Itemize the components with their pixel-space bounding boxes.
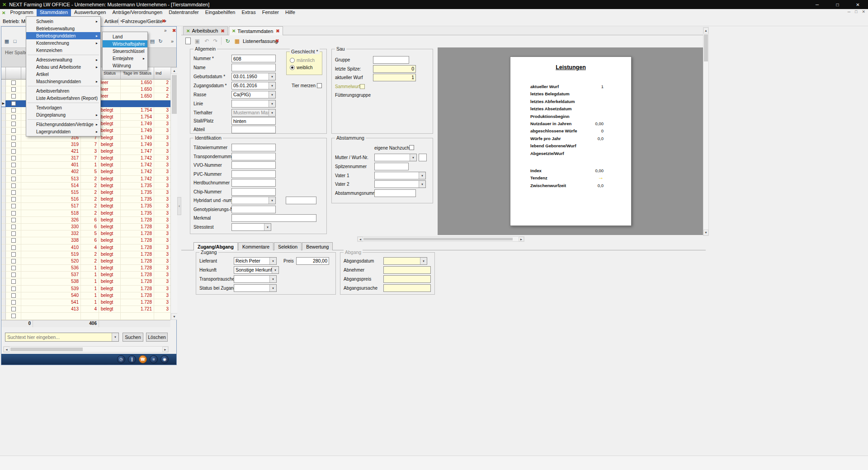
table-row[interactable]: 3306belegt1.7283 <box>1 224 170 230</box>
preis-field[interactable]: 280,00 <box>296 257 329 265</box>
lieferant-combo[interactable]: Reich Peter▾ <box>234 257 277 265</box>
menu-item-schwein[interactable]: Schwein▸ <box>26 18 100 25</box>
row-checkbox[interactable] <box>11 101 16 106</box>
submenu-item-währung[interactable]: Währung <box>103 62 147 69</box>
row-checkbox[interactable] <box>11 300 16 305</box>
scroll-down-icon[interactable]: ▼ <box>703 230 708 235</box>
tab-kommentare[interactable]: Kommentare <box>238 242 274 250</box>
child-minimize-button[interactable]: ─ <box>848 9 850 14</box>
menu-item-listearbeitsverfahrenreport[interactable]: Liste Arbeitsverfahren (Report) <box>26 94 100 102</box>
submenu-item-land[interactable]: Land <box>103 33 147 40</box>
table-row[interactable]: 5371belegt1.7283 <box>1 272 170 278</box>
table-row[interactable]: 5162belegt1.7353 <box>1 196 170 203</box>
table-row[interactable]: 4134belegt1.7213 <box>1 306 170 313</box>
undo-icon[interactable]: ↶ <box>203 37 211 45</box>
table-row[interactable]: 5132belegt1.7423 <box>1 176 170 183</box>
rasse-combo[interactable]: Ca(PIG)▾ <box>231 91 276 99</box>
toolbar-overflow-icon[interactable]: » <box>169 38 176 45</box>
hybridnummer-input[interactable] <box>286 197 316 204</box>
grid-vertical-scrollbar[interactable]: ▲ ▼ <box>170 67 177 320</box>
menubar-item-anträgeverordnungen[interactable]: Anträge/Verordnungen <box>109 9 165 16</box>
table-row[interactable]: 3386belegt1.7283 <box>1 237 170 244</box>
print-icon[interactable]: ▤ <box>149 38 156 45</box>
row-checkbox[interactable] <box>11 190 16 195</box>
row-checkbox[interactable] <box>11 245 16 250</box>
refresh-icon[interactable]: ↻ <box>223 37 232 45</box>
phone-button[interactable]: ☎ <box>139 355 147 363</box>
table-row[interactable]: 5361belegt1.7283 <box>1 265 170 272</box>
row-checkbox[interactable] <box>11 279 16 284</box>
table-row[interactable]: 5152belegt1.7353 <box>1 189 170 196</box>
row-checkbox[interactable] <box>11 122 16 126</box>
fahrzeuge-dropdown-button[interactable]: Fahrzeuge/Geräte ▾ <box>120 17 169 25</box>
table-row[interactable]: 5182belegt1.7353 <box>1 210 170 217</box>
weiblich-radio[interactable] <box>290 65 295 70</box>
listenerfassung-button[interactable]: Listenerfassung <box>243 38 278 44</box>
panel-close-icon[interactable]: ✖ <box>172 28 176 33</box>
row-checkbox[interactable] <box>11 259 16 263</box>
menubar-item-datentransfer[interactable]: Datentransfer <box>165 9 202 16</box>
row-checkbox[interactable] <box>11 231 16 236</box>
close-button[interactable]: ✕ <box>848 0 868 9</box>
tab-close-icon[interactable]: ✖ <box>221 28 224 33</box>
row-checkbox[interactable] <box>11 314 16 318</box>
scroll-left-icon[interactable]: ◄ <box>358 237 363 241</box>
tier-merzen-checkbox[interactable] <box>317 83 322 88</box>
row-checkbox[interactable] <box>11 197 16 202</box>
scrollbar-thumb[interactable] <box>172 75 177 114</box>
menu-item-adressverwaltung[interactable]: Adressverwaltung▸ <box>26 56 100 63</box>
menu-item-kostenrechnung[interactable]: Kostenrechnung▸ <box>26 39 100 47</box>
table-row[interactable]: 5172belegt1.7353 <box>1 203 170 210</box>
menubar-item-extras[interactable]: Extras <box>238 9 259 16</box>
merkmal-input[interactable] <box>231 214 316 222</box>
menu-item-flächengrunddatenverträge[interactable]: Flächengrunddaten/Verträge▸ <box>26 121 100 128</box>
row-checkbox[interactable] <box>11 169 16 174</box>
clear-selection-icon[interactable]: □ <box>11 38 19 45</box>
row-checkbox[interactable] <box>11 87 16 92</box>
row-checkbox[interactable] <box>11 238 16 243</box>
row-checkbox[interactable] <box>11 204 16 208</box>
scroll-left-icon[interactable]: ◄ <box>4 347 9 352</box>
tab-tierstammdaten[interactable]: ✕Tierstammdaten✖ <box>229 26 283 35</box>
nummer-input[interactable] <box>231 55 276 62</box>
list-button[interactable]: ≡ <box>150 355 158 363</box>
vertical-splitter[interactable]: ‹ <box>177 26 181 456</box>
menu-item-textvorlagen[interactable]: Textvorlagen <box>26 104 100 111</box>
toolbar-close-icon[interactable]: ✖ <box>162 19 165 24</box>
table-row[interactable]: 3325belegt1.7283 <box>1 230 170 237</box>
minimize-button[interactable]: ─ <box>807 0 827 9</box>
row-checkbox[interactable] <box>11 183 16 188</box>
herkunft-combo[interactable]: Sonstige Herkunft▾ <box>234 266 279 274</box>
submenu-item-steuerschlüssel[interactable]: Steuerschlüssel <box>103 47 147 55</box>
suchen-button[interactable]: Suchen <box>123 333 143 342</box>
target-button[interactable]: ◉ <box>160 355 169 363</box>
wurf-nr-input[interactable] <box>419 154 427 161</box>
table-row[interactable]: 4213belegt1.7473 <box>1 148 170 155</box>
tab-selektion[interactable]: Selektion <box>274 242 302 250</box>
scrollbar-thumb[interactable] <box>704 34 708 61</box>
header-checkbox[interactable] <box>6 67 21 80</box>
menubar-item-eingabehilfen[interactable]: Eingabehilfen <box>202 9 239 16</box>
package-icon[interactable]: ▦ <box>233 37 241 45</box>
menu-item-betriebsverwaltung[interactable]: Betriebsverwaltung <box>26 25 100 32</box>
tab-close-icon[interactable]: ✖ <box>276 28 279 33</box>
row-checkbox[interactable] <box>11 266 16 270</box>
abteil-input[interactable] <box>231 126 276 133</box>
menubar-item-auswertungen[interactable]: Auswertungen <box>71 9 109 16</box>
row-checkbox[interactable] <box>11 128 16 133</box>
grid-horizontal-scrollbar[interactable]: ◄ ► <box>3 346 169 352</box>
eigene-nachzucht-checkbox[interactable] <box>409 145 414 150</box>
collapse-panel-icon[interactable]: ‹ <box>177 197 181 215</box>
chipnummer-input[interactable] <box>231 188 276 196</box>
table-row[interactable]: 5401belegt1.7283 <box>1 292 170 299</box>
row-checkbox[interactable] <box>11 218 16 222</box>
stresstest-combo[interactable]: ▾ <box>231 223 271 231</box>
search-dropdown-icon[interactable]: ▾ <box>112 333 118 341</box>
row-checkbox[interactable] <box>11 163 16 167</box>
row-checkbox[interactable] <box>11 156 16 160</box>
scrollbar-thumb[interactable] <box>363 238 513 240</box>
table-row[interactable]: 5192belegt1.7283 <box>1 251 170 258</box>
scroll-right-icon[interactable]: ► <box>162 347 168 352</box>
herdbuchnummer-input[interactable] <box>231 179 276 187</box>
row-checkbox[interactable] <box>11 287 16 291</box>
